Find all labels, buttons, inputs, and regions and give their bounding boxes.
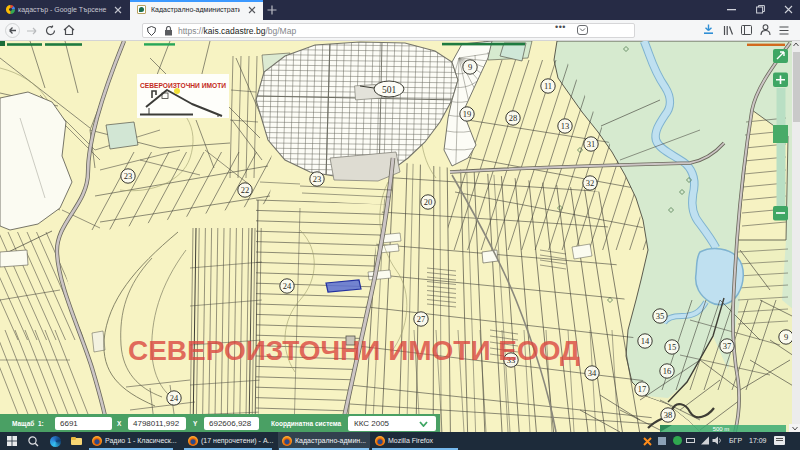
svg-text:СЕВЕРОИЗТОЧНИ ИМОТИ ЕООД: СЕВЕРОИЗТОЧНИ ИМОТИ ЕООД	[128, 336, 580, 366]
svg-text:15: 15	[668, 342, 677, 352]
svg-text:27: 27	[417, 314, 426, 324]
svg-text:38: 38	[664, 410, 673, 420]
svg-text:11: 11	[544, 81, 552, 91]
svg-text:13: 13	[561, 121, 570, 131]
svg-text:22: 22	[241, 185, 250, 195]
svg-text:20: 20	[424, 197, 433, 207]
svg-text:37: 37	[723, 341, 732, 351]
svg-text:23: 23	[124, 171, 133, 181]
svg-text:9: 9	[468, 62, 472, 72]
svg-text:9: 9	[784, 332, 788, 342]
svg-text:34: 34	[588, 368, 597, 378]
svg-text:16: 16	[663, 366, 672, 376]
svg-text:24: 24	[283, 281, 292, 291]
svg-text:17: 17	[638, 384, 647, 394]
svg-text:31: 31	[587, 139, 596, 149]
svg-text:24: 24	[170, 393, 179, 403]
svg-text:35: 35	[656, 311, 665, 321]
svg-text:СЕВЕРОИЗТОЧНИ ИМОТИ: СЕВЕРОИЗТОЧНИ ИМОТИ	[140, 81, 226, 90]
svg-text:23: 23	[313, 174, 322, 184]
svg-text:32: 32	[586, 178, 595, 188]
svg-text:501: 501	[382, 85, 397, 95]
svg-text:19: 19	[463, 109, 472, 119]
svg-text:28: 28	[509, 113, 518, 123]
svg-text:14: 14	[641, 336, 650, 346]
